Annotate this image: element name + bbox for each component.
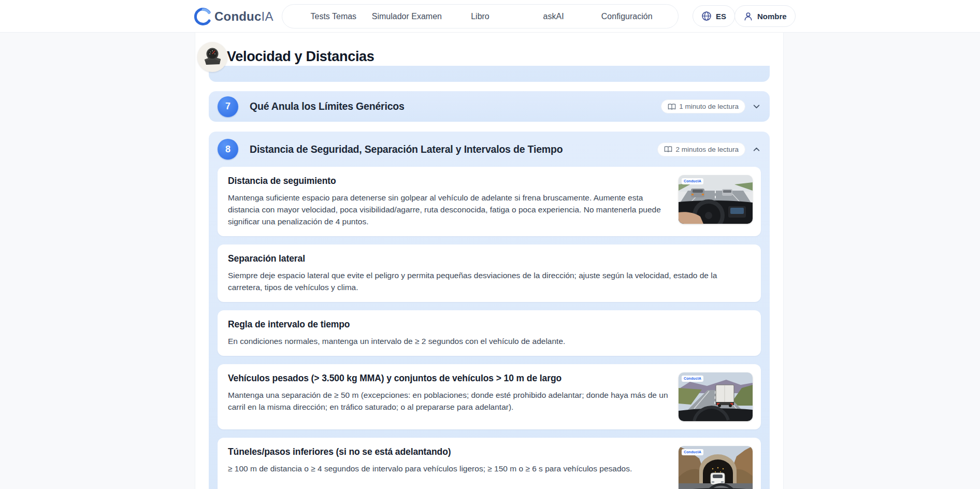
page-title: Velocidad y Distancias bbox=[227, 49, 374, 65]
card-image-truck-on-road: ConducIA bbox=[679, 372, 753, 421]
logo[interactable]: ConducIA bbox=[194, 0, 273, 33]
speedometer-topic-icon bbox=[197, 42, 227, 72]
content-column: Velocidad y Distancias 7 Qué Anula los L… bbox=[195, 33, 784, 489]
image-watermark: ConducIA bbox=[682, 449, 703, 455]
card-body: Siempre deje espacio lateral que evite e… bbox=[228, 269, 751, 293]
topic-card-tuneles: Túneles/pasos inferiores (si no se está … bbox=[218, 438, 761, 489]
topic-card-separacion-lateral: Separación lateral Siempre deje espacio … bbox=[218, 244, 761, 302]
reading-time-label: 2 minutos de lectura bbox=[675, 146, 739, 153]
nav-item-simulador-examen[interactable]: Simulador Examen bbox=[370, 12, 444, 21]
card-heading: Distancia de seguimiento bbox=[228, 176, 671, 186]
card-body: Mantenga suficiente espacio para detener… bbox=[228, 192, 671, 227]
section-card-7[interactable]: 7 Qué Anula los Límites Genéricos 1 minu… bbox=[209, 91, 770, 122]
topic-card-vehiculos-pesados: Vehículos pesados (> 3.500 kg MMA) y con… bbox=[218, 364, 761, 429]
page-header: Velocidad y Distancias bbox=[195, 33, 783, 66]
user-label: Nombre bbox=[757, 12, 787, 21]
book-icon bbox=[668, 103, 676, 110]
image-watermark: ConducIA bbox=[682, 178, 703, 184]
section-number-badge: 7 bbox=[218, 96, 238, 117]
card-image-driver-view-highway: ConducIA bbox=[679, 175, 753, 224]
topic-card-intervalo-tiempo: Regla de intervalo de tiempo En condicio… bbox=[218, 310, 761, 356]
reading-time-label: 1 minuto de lectura bbox=[679, 103, 739, 110]
card-heading: Vehículos pesados (> 3.500 kg MMA) y con… bbox=[228, 373, 671, 384]
nav-item-libro[interactable]: Libro bbox=[443, 12, 517, 21]
topic-card-distancia-seguimiento: Distancia de seguimiento Mantenga sufici… bbox=[218, 167, 761, 236]
language-switcher[interactable]: ES bbox=[693, 5, 735, 27]
section-8-header[interactable]: 8 Distancia de Seguridad, Separación Lat… bbox=[209, 132, 770, 167]
section-title: Distancia de Seguridad, Separación Later… bbox=[250, 143, 563, 155]
user-menu[interactable]: Nombre bbox=[734, 5, 796, 27]
card-heading: Túneles/pasos inferiores (si no se está … bbox=[228, 447, 671, 457]
image-watermark: ConducIA bbox=[682, 376, 703, 382]
language-label: ES bbox=[716, 12, 726, 21]
book-icon bbox=[664, 146, 672, 153]
card-body: ≥ 100 m de distancia o ≥ 4 segundos de i… bbox=[228, 463, 671, 474]
section-card-8: 8 Distancia de Seguridad, Separación Lat… bbox=[209, 132, 770, 489]
user-icon bbox=[743, 11, 753, 21]
card-image-tunnel-entrance: ConducIA bbox=[679, 446, 753, 489]
card-body: Mantenga una separación de ≥ 50 m (excep… bbox=[228, 389, 671, 413]
logo-text: ConducIA bbox=[214, 9, 273, 24]
reading-time-badge: 2 minutos de lectura bbox=[657, 142, 745, 156]
nav-item-tests-temas[interactable]: Tests Temas bbox=[297, 12, 370, 21]
chevron-up-icon[interactable] bbox=[752, 145, 761, 154]
card-heading: Regla de intervalo de tiempo bbox=[228, 319, 751, 330]
main-nav: Tests Temas Simulador Examen Libro askAI… bbox=[282, 4, 679, 28]
card-body: En condiciones normales, mantenga un int… bbox=[228, 335, 751, 347]
sections-list: 7 Qué Anula los Límites Genéricos 1 minu… bbox=[195, 66, 783, 489]
navbar: ConducIA Tests Temas Simulador Examen Li… bbox=[0, 0, 980, 33]
section-card-previous[interactable] bbox=[209, 66, 770, 82]
globe-icon bbox=[701, 11, 712, 21]
card-heading: Separación lateral bbox=[228, 253, 751, 264]
chevron-down-icon[interactable] bbox=[752, 102, 761, 111]
logo-c-icon bbox=[194, 8, 212, 25]
section-number-badge: 8 bbox=[218, 139, 238, 160]
section-8-content: Distancia de seguimiento Mantenga sufici… bbox=[209, 167, 770, 489]
section-title: Qué Anula los Límites Genéricos bbox=[250, 100, 405, 112]
nav-item-configuracion[interactable]: Configuración bbox=[590, 12, 664, 21]
reading-time-badge: 1 minuto de lectura bbox=[661, 99, 745, 113]
nav-item-askai[interactable]: askAI bbox=[517, 12, 590, 21]
